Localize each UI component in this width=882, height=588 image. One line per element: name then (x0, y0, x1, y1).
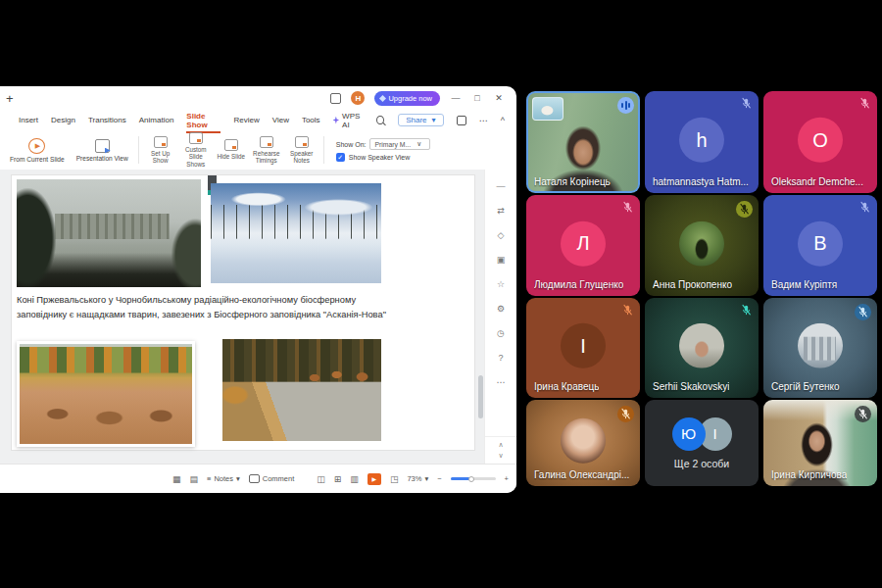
slide-canvas[interactable]: Коні Пржевальського у Чорнобильському ра… (12, 175, 474, 450)
help-icon[interactable]: ? (485, 345, 516, 369)
more-people-label: Ще 2 особи (674, 458, 729, 469)
tab-review[interactable]: Review (233, 113, 259, 127)
more-menu-button[interactable]: ⋯ (479, 116, 488, 125)
participant-tile[interactable]: ЮІЩе 2 особи (645, 400, 759, 486)
zoom-in-button[interactable]: + (505, 474, 509, 483)
avatar-photo (561, 418, 606, 464)
presentation-view-label: Presentation View (76, 155, 128, 162)
switch-windows-icon[interactable]: ⇄ (485, 198, 516, 222)
reading-view-button[interactable]: ▥ (350, 474, 359, 484)
favorites-icon[interactable]: ☆ (485, 271, 516, 296)
participant-tile[interactable]: Сергій Бутенко (763, 298, 877, 398)
slide-number-icon[interactable]: ▦ (172, 474, 181, 484)
tab-tools[interactable]: Tools (302, 113, 320, 127)
participant-tile[interactable]: Анна Прокопенко (645, 195, 759, 296)
settings-icon[interactable]: ⚙ (485, 296, 516, 320)
comment-label: Comment (263, 474, 295, 483)
participant-tile[interactable]: OOleksandr Demche... (763, 91, 877, 193)
minimize-button[interactable]: — (450, 93, 462, 103)
speaking-indicator-icon (617, 97, 634, 114)
more-tools-icon[interactable]: ⋯ (485, 369, 516, 394)
speaker-notes-button[interactable]: Speaker Notes (284, 130, 319, 170)
participant-name: Oleksandr Demche... (771, 176, 863, 187)
zoom-value: 73% (407, 474, 421, 483)
slide-sorter-view-button[interactable]: ⊞ (334, 474, 342, 484)
participant-tile[interactable]: Ірина Кирпичова (763, 400, 877, 486)
chevron-down-icon: ▾ (432, 116, 436, 124)
rehearse-timings-button[interactable]: Rehearse Timings (249, 130, 284, 170)
show-on-dropdown[interactable]: Primary M... ∨ (369, 138, 430, 150)
tab-slide-show[interactable]: Slide Show (186, 109, 220, 132)
comment-button[interactable]: Comment (249, 474, 295, 483)
share-label: Share (406, 116, 426, 124)
collapse-pane-icon[interactable]: — (485, 173, 516, 198)
notes-button[interactable]: ≡ Notes ▾ (207, 474, 240, 483)
wps-ai-label: WPS AI (342, 112, 364, 129)
hide-slide-button[interactable]: Hide Slide (214, 130, 249, 170)
dropdown-arrow-icon: ∨ (416, 140, 421, 148)
avatar: Л (561, 220, 606, 266)
new-tab-button[interactable]: + (6, 91, 14, 106)
wps-ai-button[interactable]: WPS AI (333, 112, 365, 129)
upgrade-button[interactable]: Upgrade now (374, 91, 440, 106)
comments-panel-icon[interactable] (457, 116, 466, 125)
self-view-thumbnail (532, 97, 564, 121)
next-slide-button[interactable]: ∨ (498, 451, 503, 462)
status-bar: ▦ ▤ ≡ Notes ▾ Comment ◫ ⊞ ▥ ▶ ◳ 73% ▾ − (0, 464, 516, 493)
zoom-slider-handle[interactable] (468, 476, 474, 482)
account-avatar[interactable]: H (351, 91, 365, 105)
zoom-level[interactable]: 73% ▾ (407, 474, 428, 483)
presentation-view-button[interactable]: Presentation View (71, 130, 134, 170)
avatar: В (798, 220, 843, 266)
tips-icon[interactable]: ◇ (485, 222, 516, 247)
share-button[interactable]: Share ▾ (398, 114, 443, 126)
zoom-slider[interactable] (451, 477, 496, 480)
participant-tile[interactable]: Serhii Skakovskyi (645, 298, 759, 398)
mic-muted-icon (858, 201, 871, 214)
photo-przewalski-horses-field (17, 341, 195, 447)
participant-tile[interactable]: ЛЛюдмила Глущенко (526, 195, 640, 296)
ai-star-icon (333, 117, 339, 124)
fullscreen-button[interactable]: ◳ (390, 474, 399, 484)
mic-muted-icon (858, 97, 871, 110)
participant-tile[interactable]: ВВадим Куріптя (763, 195, 877, 296)
from-current-slide-button[interactable]: ▶ From Current Slide (4, 130, 71, 170)
participant-name: Анна Прокопенко (653, 279, 732, 290)
collapse-ribbon-button[interactable]: ^ (501, 116, 505, 125)
show-speaker-view-checkbox[interactable]: ✓ (336, 153, 345, 162)
participant-tile[interactable]: Галина Олександрі... (526, 400, 640, 486)
tab-animation[interactable]: Animation (139, 113, 174, 127)
photo-pripyat-abandoned-building (17, 179, 201, 287)
tab-transitions[interactable]: Transitions (88, 113, 126, 127)
show-on-label: Show On: (336, 141, 367, 148)
mic-muted-icon (621, 201, 634, 214)
presentation-view-icon (95, 139, 110, 153)
vertical-scrollbar[interactable] (478, 375, 483, 418)
ribbon-divider (138, 136, 139, 164)
search-icon[interactable] (376, 116, 384, 124)
history-icon[interactable]: ◷ (485, 320, 516, 345)
slide-caption-text: Коні Пржевальського у Чорнобильському ра… (17, 293, 401, 322)
participant-name: Наталя Корінець (534, 176, 611, 187)
maximize-button[interactable]: □ (471, 93, 483, 103)
start-slideshow-button[interactable]: ▶ (368, 473, 381, 485)
participant-tile[interactable]: hhatmannastya Hatm... (645, 91, 759, 193)
tab-insert[interactable]: Insert (19, 113, 38, 127)
participant-name: Вадим Куріптя (771, 279, 837, 290)
copy-icon[interactable]: ▣ (485, 247, 516, 271)
show-speaker-view-label: Show Speaker View (349, 154, 411, 161)
window-layout-icon[interactable] (330, 93, 341, 104)
participant-tile[interactable]: Наталя Корінець (526, 91, 640, 193)
previous-slide-button[interactable]: ∧ (498, 440, 503, 451)
normal-view-button[interactable]: ◫ (317, 474, 325, 484)
tab-view[interactable]: View (272, 113, 289, 127)
custom-slide-shows-button[interactable]: Custom Slide Shows (178, 130, 214, 170)
tab-design[interactable]: Design (51, 113, 75, 127)
avatar-photo (798, 323, 843, 368)
participant-tile[interactable]: ІІрина Кравець (526, 298, 640, 398)
set-up-show-button[interactable]: Set Up Show (143, 130, 178, 170)
zoom-out-button[interactable]: − (437, 474, 441, 483)
participant-name: Ірина Кирпичова (771, 469, 847, 480)
language-check-icon[interactable]: ▤ (190, 474, 199, 484)
close-button[interactable]: ✕ (493, 93, 505, 103)
